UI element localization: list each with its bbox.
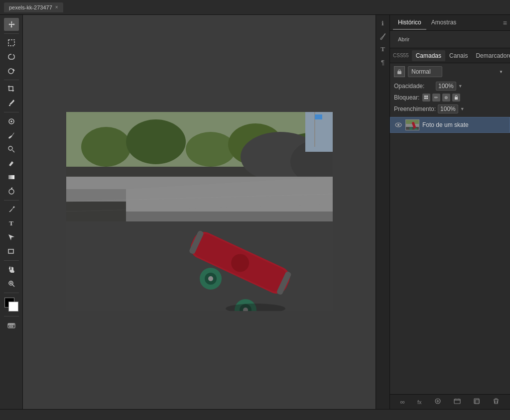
svg-rect-2 — [9, 105, 10, 106]
right-panel: ℹ T ¶ Histórico Amostras ≡ — [376, 15, 510, 409]
blend-mode-row: Normal Dissolver Escurecer Multiplicar C… — [390, 63, 510, 80]
path-select-tool[interactable] — [4, 231, 19, 244]
lock-paint-icon[interactable]: ✏ — [432, 94, 440, 102]
svg-point-22 — [81, 127, 131, 167]
layer-item[interactable]: Foto de um skate — [390, 117, 510, 133]
background-color[interactable] — [8, 302, 18, 312]
svg-rect-0 — [8, 40, 14, 46]
delete-layer-icon[interactable] — [490, 396, 502, 408]
new-group-icon[interactable] — [451, 396, 463, 408]
top-bar: pexels-kk-273477 × — [0, 0, 510, 15]
svg-rect-31 — [315, 114, 322, 119]
lock-row: Bloquear: ✏ ⊕ — [390, 92, 510, 103]
rectangular-marquee-tool[interactable] — [4, 36, 19, 49]
file-tab[interactable]: pexels-kk-273477 × — [4, 2, 63, 12]
info-icon[interactable]: ℹ — [378, 18, 388, 29]
tab-close-button[interactable]: × — [55, 4, 58, 10]
right-content: Histórico Amostras ≡ Abrir CSS55 Camadas… — [390, 15, 510, 409]
svg-rect-7 — [8, 175, 14, 179]
history-item[interactable]: Abrir — [395, 35, 505, 44]
svg-rect-19 — [9, 326, 13, 327]
svg-point-6 — [8, 146, 12, 150]
text-tool[interactable]: T — [4, 217, 19, 230]
svg-point-9 — [13, 207, 14, 208]
svg-point-68 — [409, 127, 412, 130]
svg-rect-59 — [426, 98, 428, 99]
tab-amostras[interactable]: Amostras — [426, 16, 462, 30]
svg-point-62 — [397, 124, 399, 126]
layer-visibility-toggle[interactable] — [394, 121, 402, 129]
paintbrush-icon[interactable] — [378, 31, 388, 42]
keyboard-shortcut-icon[interactable] — [4, 319, 19, 332]
new-layer-icon[interactable] — [471, 396, 483, 408]
status-bar — [0, 409, 510, 420]
svg-rect-71 — [454, 399, 460, 404]
opacity-arrow[interactable]: ▼ — [458, 84, 463, 89]
main-layout: T — [0, 15, 510, 409]
zoom-tool[interactable] — [4, 277, 19, 290]
svg-rect-56 — [424, 96, 426, 97]
eraser-tool[interactable] — [4, 157, 19, 170]
fill-value[interactable]: 100% — [438, 105, 458, 113]
eyedropper-tool[interactable] — [4, 97, 19, 109]
svg-rect-18 — [12, 324, 14, 325]
fill-row: Preenchimento: 100% ▼ — [390, 103, 510, 115]
layer-lock-thumbnail — [394, 66, 405, 77]
svg-rect-60 — [455, 97, 458, 100]
layer-name: Foto de um skate — [422, 121, 506, 128]
pen-tool[interactable] — [4, 203, 19, 216]
opacity-value[interactable]: 100% — [436, 82, 456, 91]
spot-healing-tool[interactable] — [4, 115, 19, 128]
canvas-image — [66, 112, 333, 311]
lock-position-icon[interactable]: ⊕ — [442, 94, 450, 102]
svg-rect-10 — [8, 249, 13, 253]
fx-icon[interactable]: fx — [415, 398, 424, 407]
lock-label: Bloquear: — [394, 94, 419, 101]
svg-point-8 — [9, 189, 14, 194]
color-selector[interactable] — [3, 298, 19, 312]
svg-point-45 — [208, 276, 213, 281]
move-tool[interactable] — [4, 18, 19, 31]
hand-tool[interactable] — [4, 263, 19, 276]
blend-mode-select-wrap[interactable]: Normal Dissolver Escurecer Multiplicar C… — [408, 66, 506, 77]
shape-tool[interactable] — [4, 245, 19, 258]
gradient-tool[interactable] — [4, 171, 19, 184]
svg-rect-17 — [10, 324, 12, 325]
left-toolbar: T — [0, 15, 23, 409]
svg-marker-35 — [126, 211, 333, 221]
lock-pixels-icon[interactable] — [422, 94, 430, 102]
panel-options-icon[interactable]: ≡ — [503, 19, 507, 27]
tab-demarcadores[interactable]: Demarcadores — [472, 50, 510, 61]
fill-arrow[interactable]: ▼ — [460, 106, 465, 111]
crop-tool[interactable] — [4, 83, 19, 96]
svg-point-24 — [186, 132, 236, 167]
layer-thumbnail — [405, 119, 419, 130]
blend-mode-select[interactable]: Normal Dissolver Escurecer Multiplicar C… — [408, 66, 442, 77]
dodge-tool[interactable] — [4, 185, 19, 198]
pilcrow-icon[interactable]: ¶ — [378, 57, 388, 68]
svg-rect-57 — [426, 96, 428, 97]
svg-point-23 — [126, 119, 186, 164]
svg-rect-16 — [8, 324, 10, 325]
svg-rect-73 — [475, 400, 479, 404]
opacity-row: Opacidade: 100% ▼ — [390, 80, 510, 92]
lasso-tool[interactable] — [4, 50, 19, 63]
tab-historico[interactable]: Histórico — [393, 16, 426, 30]
lock-all-icon[interactable] — [452, 94, 460, 102]
tab-filename: pexels-kk-273477 — [9, 4, 52, 10]
history-section: Abrir — [390, 31, 510, 48]
new-fill-icon[interactable] — [432, 396, 444, 408]
fill-label: Preenchimento: — [394, 105, 436, 112]
text-icon[interactable]: T — [378, 44, 388, 55]
svg-rect-58 — [424, 98, 426, 99]
clone-stamp-tool[interactable] — [4, 143, 19, 156]
lock-icons: ✏ ⊕ — [422, 94, 460, 102]
tab-camadas[interactable]: Camadas — [412, 50, 445, 61]
tab-canais[interactable]: Canais — [445, 50, 472, 61]
svg-rect-55 — [397, 71, 401, 74]
quick-select-tool[interactable] — [4, 64, 19, 77]
brush-tool[interactable] — [4, 129, 19, 142]
link-layers-icon[interactable]: ∞ — [398, 397, 407, 407]
layers-panel-header: CSS55 Camadas Canais Demarcadores ≡ — [390, 48, 510, 63]
canvas-area[interactable] — [23, 15, 376, 409]
